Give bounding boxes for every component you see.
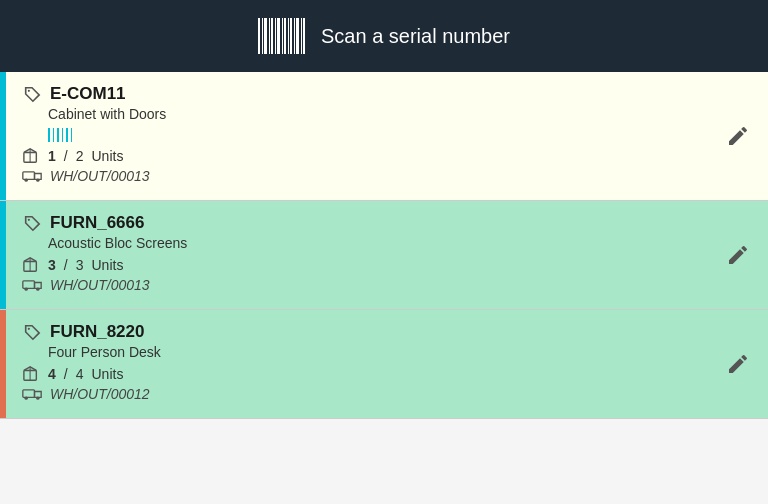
tag-icon-2: [22, 214, 42, 232]
qty-done-3: 4: [48, 366, 56, 382]
transfer-row-3: WH/OUT/00012: [22, 386, 692, 402]
product-code-1: E-COM11: [22, 84, 692, 104]
code-text-3: FURN_8220: [50, 322, 145, 342]
qty-done-2: 3: [48, 257, 56, 273]
cube-icon-2: [22, 257, 40, 273]
svg-marker-5: [35, 174, 42, 180]
transfer-row-1: WH/OUT/00013: [22, 168, 692, 184]
card-content-2: FURN_6666 Acoustic Bloc Screens 3 / 3 Un…: [6, 201, 708, 309]
svg-point-22: [25, 397, 28, 400]
cube-icon-1: [22, 148, 40, 164]
svg-rect-20: [23, 390, 35, 398]
qty-row-3: 4 / 4 Units: [22, 366, 692, 382]
product-card-3: FURN_8220 Four Person Desk 4 / 4 Units: [0, 310, 768, 419]
qty-sep-2: /: [64, 257, 68, 273]
barcode-icon: [258, 18, 305, 54]
card-content-3: FURN_8220 Four Person Desk 4 / 4 Units: [6, 310, 708, 418]
card-content-1: E-COM11 Cabinet with Doors: [6, 72, 708, 200]
edit-button-2[interactable]: [708, 201, 768, 309]
qty-row-2: 3 / 3 Units: [22, 257, 692, 273]
qty-row-1: 1 / 2 Units: [22, 148, 692, 164]
header: Scan a serial number: [0, 0, 768, 72]
product-name-3: Four Person Desk: [48, 344, 692, 360]
transfer-text-3: WH/OUT/00012: [50, 386, 150, 402]
product-code-3: FURN_8220: [22, 322, 692, 342]
qty-unit-2: Units: [91, 257, 123, 273]
transfer-text-1: WH/OUT/00013: [50, 168, 150, 184]
pencil-icon-2: [724, 241, 752, 269]
svg-point-7: [36, 179, 39, 182]
qty-unit-1: Units: [91, 148, 123, 164]
product-name-2: Acoustic Bloc Screens: [48, 235, 692, 251]
tag-icon-1: [22, 85, 42, 103]
svg-point-14: [25, 288, 28, 291]
product-name-1: Cabinet with Doors: [48, 106, 692, 122]
svg-point-23: [36, 397, 39, 400]
product-card-1: E-COM11 Cabinet with Doors: [0, 72, 768, 201]
code-text-1: E-COM11: [50, 84, 126, 104]
tag-icon-3: [22, 323, 42, 341]
truck-icon-2: [22, 278, 42, 292]
pencil-icon-3: [724, 350, 752, 378]
product-code-2: FURN_6666: [22, 213, 692, 233]
cube-icon-3: [22, 366, 40, 382]
qty-sep-1: /: [64, 148, 68, 164]
svg-point-0: [28, 90, 30, 92]
truck-icon-1: [22, 169, 42, 183]
qty-sep-3: /: [64, 366, 68, 382]
code-text-2: FURN_6666: [50, 213, 145, 233]
qty-total-3: 4: [76, 366, 84, 382]
svg-marker-21: [35, 392, 42, 398]
svg-point-8: [28, 219, 30, 221]
product-card-2: FURN_6666 Acoustic Bloc Screens 3 / 3 Un…: [0, 201, 768, 310]
transfer-text-2: WH/OUT/00013: [50, 277, 150, 293]
svg-marker-13: [35, 283, 42, 289]
qty-done-1: 1: [48, 148, 56, 164]
svg-rect-12: [23, 281, 35, 289]
scan-title: Scan a serial number: [321, 25, 510, 48]
qty-unit-3: Units: [91, 366, 123, 382]
qty-total-1: 2: [76, 148, 84, 164]
svg-point-16: [28, 328, 30, 330]
transfer-row-2: WH/OUT/00013: [22, 277, 692, 293]
svg-rect-4: [23, 172, 35, 180]
edit-button-1[interactable]: [708, 72, 768, 200]
mini-barcode-1: [48, 128, 692, 142]
truck-icon-3: [22, 387, 42, 401]
svg-point-6: [25, 179, 28, 182]
svg-point-15: [36, 288, 39, 291]
edit-button-3[interactable]: [708, 310, 768, 418]
pencil-icon-1: [724, 122, 752, 150]
qty-total-2: 3: [76, 257, 84, 273]
